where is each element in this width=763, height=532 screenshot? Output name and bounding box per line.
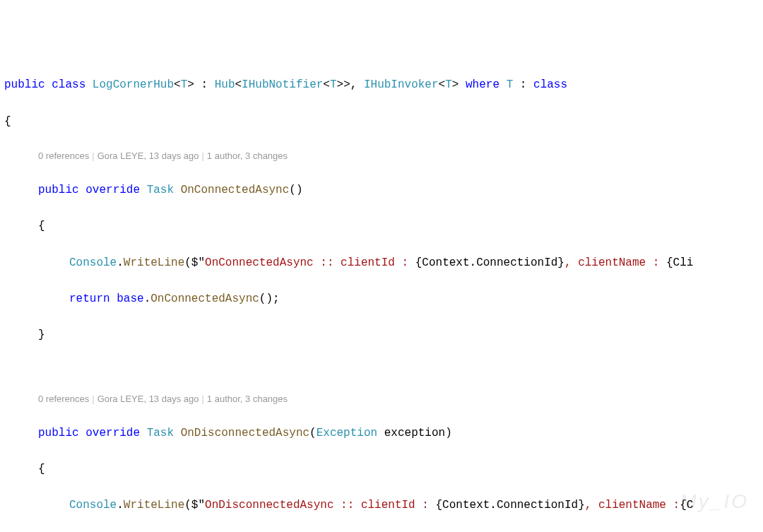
string-part: , clientName : [585, 499, 680, 512]
ihubinvoker: IHubInvoker [364, 78, 439, 91]
codelens-1[interactable]: 0 references|Gora LEYE, 13 days ago|1 au… [38, 149, 759, 164]
kw-return: return [69, 292, 110, 305]
console: Console [69, 499, 117, 512]
param-exception: exception [384, 427, 445, 439]
codelens-refs[interactable]: 0 references [38, 150, 89, 161]
method-onconnected: public override Task OnConnectedAsync() [4, 182, 759, 200]
codelens-changes[interactable]: 1 author, 3 changes [207, 150, 288, 161]
writeline: WriteLine [124, 256, 184, 269]
kw-override: override [85, 427, 140, 439]
class-declaration: public class LogCornerHub<T> : Hub<IHubN… [4, 76, 759, 95]
console-writeline-1: Console.WriteLine($"OnConnectedAsync :: … [4, 254, 759, 273]
type-task: Task [147, 184, 174, 196]
console-writeline-2: Console.WriteLine($"OnDisconnectedAsync … [4, 497, 759, 515]
kw-class-constraint: class [533, 78, 567, 91]
type-param: T [330, 78, 337, 91]
kw-class: class [52, 78, 85, 91]
interp-trunc: {Cli [666, 256, 693, 269]
writeline: WriteLine [124, 499, 184, 512]
string-part: OnDisconnectedAsync :: clientId : [205, 499, 435, 512]
open-brace: { [4, 218, 759, 236]
codelens-author[interactable]: Gora LEYE, 13 days ago [97, 150, 199, 161]
kw-where: where [466, 78, 499, 91]
close-brace: } [4, 326, 759, 345]
codelens-changes[interactable]: 1 author, 3 changes [207, 394, 288, 404]
string-part: , clientName : [564, 256, 666, 269]
method-name: OnDisconnectedAsync [181, 427, 309, 439]
ihubnotifier: IHubNotifier [242, 78, 323, 91]
method-name: OnConnectedAsync [181, 184, 290, 196]
type-param: T [445, 78, 452, 91]
interp-trunc: {C [680, 499, 693, 512]
class-name: LogCornerHub [93, 78, 174, 91]
type-param: T [181, 78, 188, 91]
kw-override: override [85, 184, 140, 196]
open-brace: { [4, 113, 759, 131]
type-exception: Exception [317, 427, 377, 439]
interp: {Context.ConnectionId} [415, 256, 564, 269]
open-brace: { [4, 461, 759, 479]
codelens-author[interactable]: Gora LEYE, 13 days ago [97, 394, 199, 404]
type-param: T [507, 78, 514, 91]
method-name: OnConnectedAsync [150, 292, 259, 305]
return-base-1: return base.OnConnectedAsync(); [4, 290, 759, 309]
console: Console [69, 256, 117, 269]
method-ondisconnected: public override Task OnDisconnectedAsync… [4, 425, 759, 443]
string-part: OnConnectedAsync :: clientId : [205, 256, 415, 269]
base-hub: Hub [215, 78, 235, 91]
kw-base: base [117, 292, 143, 305]
codelens-2[interactable]: 0 references|Gora LEYE, 13 days ago|1 au… [38, 392, 759, 407]
interp: {Context.ConnectionId} [436, 499, 585, 512]
kw-public: public [38, 427, 79, 439]
type-task: Task [147, 427, 174, 439]
codelens-refs[interactable]: 0 references [38, 394, 89, 404]
kw-public: public [4, 78, 45, 91]
kw-public: public [38, 184, 79, 196]
